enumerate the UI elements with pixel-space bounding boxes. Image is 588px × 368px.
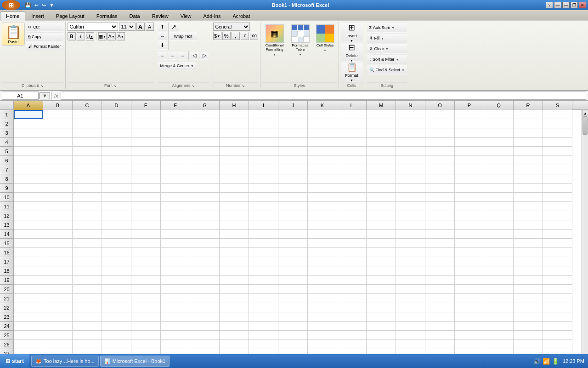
cell-S11[interactable] [543,202,572,211]
col-header-m[interactable]: M [367,101,396,110]
cell-M22[interactable] [367,303,396,312]
cell-E20[interactable] [131,285,161,294]
cell-R24[interactable] [514,322,543,331]
cell-R9[interactable] [514,184,543,193]
row-header-10[interactable]: 10 [0,193,13,202]
cell-J22[interactable] [278,303,308,312]
cell-O17[interactable] [425,257,455,266]
cell-G22[interactable] [190,303,220,312]
cell-L4[interactable] [337,138,367,147]
cell-I3[interactable] [249,128,278,138]
cell-F3[interactable] [161,128,190,138]
cell-P20[interactable] [455,285,484,294]
cell-O20[interactable] [425,285,455,294]
cell-P15[interactable] [455,239,484,248]
window-minimize[interactable]: — [562,2,570,8]
cell-K23[interactable] [308,312,337,322]
cell-B9[interactable] [43,184,73,193]
cell-O24[interactable] [425,322,455,331]
row-header-6[interactable]: 6 [0,156,13,165]
cell-F15[interactable] [161,239,190,248]
row-header-8[interactable]: 8 [0,174,13,184]
cell-B26[interactable] [43,340,73,349]
conditional-formatting-button[interactable]: ▦ Conditional Formatting ▼ [262,23,287,58]
cell-S19[interactable] [543,276,572,285]
cell-I15[interactable] [249,239,278,248]
col-header-e[interactable]: E [131,101,161,110]
cell-F2[interactable] [161,119,190,128]
cell-G1[interactable] [190,110,220,119]
cell-S3[interactable] [543,128,572,138]
cell-D12[interactable] [102,211,131,220]
cell-L8[interactable] [337,174,367,184]
cell-G17[interactable] [190,257,220,266]
percent-button[interactable]: % [222,32,231,40]
cell-Q22[interactable] [484,303,514,312]
cell-Q8[interactable] [484,174,514,184]
cell-B14[interactable] [43,230,73,239]
fill-button[interactable]: ⬇ Fill ▼ [367,33,407,43]
cell-D9[interactable] [102,184,131,193]
cell-P22[interactable] [455,303,484,312]
cell-F4[interactable] [161,138,190,147]
vertical-scrollbar[interactable]: ▲ ▼ [582,110,588,368]
cell-M26[interactable] [367,340,396,349]
cell-Q6[interactable] [484,156,514,165]
cell-N19[interactable] [396,276,425,285]
cell-K20[interactable] [308,285,337,294]
cell-A15[interactable] [14,239,43,248]
col-header-d[interactable]: D [102,101,131,110]
cell-M15[interactable] [367,239,396,248]
cell-A19[interactable] [14,276,43,285]
cell-P7[interactable] [455,165,484,174]
cell-M16[interactable] [367,248,396,257]
cell-M10[interactable] [367,193,396,202]
cell-S24[interactable] [543,322,572,331]
cell-I25[interactable] [249,331,278,340]
row-header-5[interactable]: 5 [0,147,13,156]
cell-R7[interactable] [514,165,543,174]
cell-B1[interactable] [43,110,73,119]
left-align-button[interactable]: ≡ [158,51,167,60]
cell-N5[interactable] [396,147,425,156]
cell-P21[interactable] [455,294,484,303]
cell-M12[interactable] [367,211,396,220]
orientation-button[interactable]: ↗ [170,23,179,31]
cell-F11[interactable] [161,202,190,211]
cell-E24[interactable] [131,322,161,331]
cell-Q5[interactable] [484,147,514,156]
cell-S14[interactable] [543,230,572,239]
cell-N16[interactable] [396,248,425,257]
cell-F12[interactable] [161,211,190,220]
name-box[interactable] [2,92,39,100]
cell-D17[interactable] [102,257,131,266]
cell-H2[interactable] [220,119,249,128]
center-align-button[interactable]: ≡ [168,51,177,60]
cell-styles-button[interactable]: Cell Styles ▼ [314,23,337,54]
cell-N17[interactable] [396,257,425,266]
top-align-button[interactable]: ⬆ [158,23,167,31]
cell-R20[interactable] [514,285,543,294]
cell-L22[interactable] [337,303,367,312]
cell-E15[interactable] [131,239,161,248]
cell-R10[interactable] [514,193,543,202]
cell-J24[interactable] [278,322,308,331]
cell-J1[interactable] [278,110,308,119]
cell-J15[interactable] [278,239,308,248]
cell-D11[interactable] [102,202,131,211]
cell-S13[interactable] [543,220,572,230]
cell-E11[interactable] [131,202,161,211]
cell-G26[interactable] [190,340,220,349]
cell-G25[interactable] [190,331,220,340]
cell-S6[interactable] [543,156,572,165]
cell-H9[interactable] [220,184,249,193]
cell-Q18[interactable] [484,266,514,276]
cell-G16[interactable] [190,248,220,257]
cell-A5[interactable] [14,147,43,156]
cell-S9[interactable] [543,184,572,193]
taskbar-item-2[interactable]: 📊 Microsoft Excel - Book1 [100,356,170,367]
col-header-k[interactable]: K [308,101,337,110]
cell-O13[interactable] [425,220,455,230]
paste-button[interactable]: 📋 Paste [2,23,25,46]
format-button[interactable]: 📋 Format ▼ [341,62,363,81]
